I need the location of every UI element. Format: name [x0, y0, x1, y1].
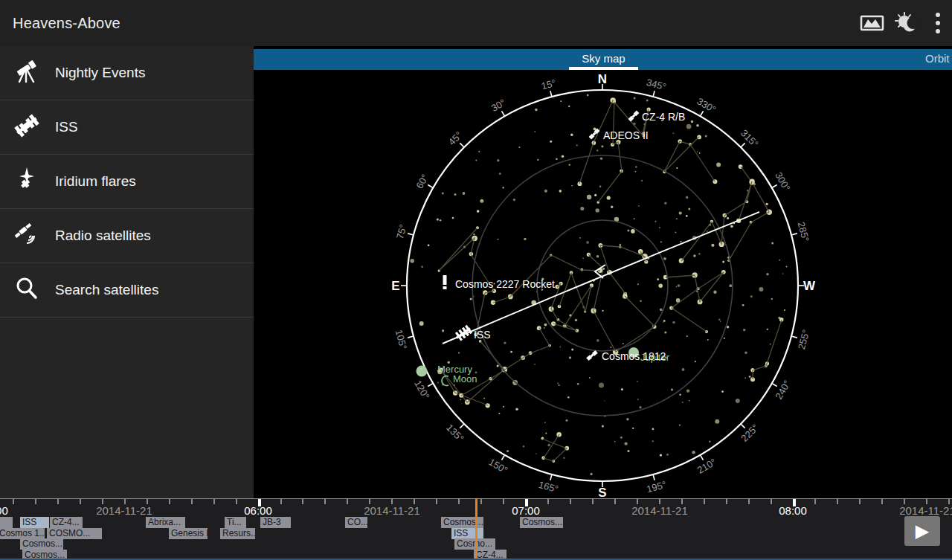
play-button[interactable]: ▶ [904, 516, 940, 546]
drawer-item-label: ISS [55, 119, 78, 135]
ruler-minute-tick [480, 499, 482, 504]
ruler-minute-tick [704, 499, 705, 504]
timeline-date-label: 2014-11-21 [364, 504, 420, 518]
ruler-minute-tick [592, 499, 594, 504]
night-mode-icon[interactable] [890, 6, 924, 40]
telescope-icon [13, 58, 41, 88]
drawer-item-radio-satellites[interactable]: Radio satellites [0, 209, 254, 263]
drawer-item-label: Search satellites [55, 282, 158, 298]
ruler-minute-tick [13, 499, 14, 504]
ruler-minute-tick [926, 499, 927, 504]
ruler-minute-tick [57, 499, 59, 504]
search-icon [13, 275, 41, 305]
sky-map[interactable]: NESW15°30°45°60°75°105°120°135°150°165°1… [253, 70, 952, 498]
satellite-marker-iss[interactable]: ISS [454, 324, 490, 341]
azimuth-degree-label: 285° [796, 221, 811, 243]
active-tab-indicator [569, 67, 638, 70]
drawer-item-nightly-events[interactable]: Nightly Events [0, 46, 254, 100]
timeline-event-chip[interactable]: Resurs... [220, 528, 255, 539]
timeline-event-chip[interactable]: Ti... [225, 517, 246, 528]
ruler-minute-tick [771, 499, 772, 504]
space-station-icon [13, 112, 41, 142]
drawer-item-label: Radio satellites [55, 228, 151, 244]
ruler-minute-tick [814, 499, 816, 504]
timeline-event-chip[interactable]: Cosmos... [520, 517, 563, 528]
timeline-event-chip[interactable]: ... [0, 517, 13, 528]
timeline-hour-label: 05:00 [0, 504, 8, 518]
timeline-event-chip[interactable]: ISS [20, 517, 49, 528]
azimuth-degree-label: 60° [414, 173, 431, 191]
ruler-minute-tick [436, 499, 437, 504]
navigation-drawer: Nightly EventsISSIridium flaresRadio sat… [0, 46, 254, 498]
satellite-label-cosmos-2227-rocket: Cosmos 2227 Rocket [455, 278, 555, 290]
azimuth-degree-label: 30° [489, 97, 508, 114]
timeline-hour-label: 06:00 [244, 504, 272, 518]
satellite-label-iss: ISS [474, 329, 491, 341]
drawer-item-search-satellites[interactable]: Search satellites [0, 263, 254, 318]
whole-sky-view-icon[interactable] [855, 6, 890, 40]
azimuth-degree-label: 75° [394, 223, 409, 240]
timeline-event-chip[interactable]: CZ-4... [50, 517, 83, 528]
timeline: 05:0006:0007:0008:002014-11-212014-11-21… [0, 498, 952, 560]
drawer-item-label: Nightly Events [55, 65, 145, 81]
timeline-hour-label: 08:00 [779, 504, 807, 518]
azimuth-degree-label: 300° [773, 170, 792, 193]
iridium-flare-icon [13, 167, 41, 196]
ruler-minute-tick [659, 499, 660, 504]
tab-orbit[interactable]: Orbit [925, 49, 950, 70]
timeline-event-chip[interactable]: CO... [345, 517, 367, 528]
timeline-hour-label: 07:00 [512, 504, 540, 518]
ruler-minute-tick [748, 499, 750, 504]
satellite-marker-cz-4-rb[interactable]: CZ-4 R/B [628, 111, 686, 123]
ruler-minute-tick [280, 499, 282, 504]
timeline-event-chip[interactable]: Cosmos... [20, 538, 63, 550]
azimuth-degree-label: 240° [773, 379, 792, 402]
cardinal-label-N: N [598, 72, 607, 86]
overflow-menu-icon[interactable] [924, 6, 952, 40]
drawer-item-label: Iridium flares [55, 173, 136, 190]
ruler-minute-tick [726, 499, 727, 504]
play-icon: ▶ [916, 521, 929, 541]
ruler-minute-tick [35, 499, 36, 504]
satellite-marker-cosmos-1812[interactable]: Cosmos 1812 [586, 350, 666, 362]
sky-map-area[interactable]: NESW15°30°45°60°75°105°120°135°150°165°1… [253, 70, 952, 498]
timeline-event-chip[interactable]: JB-3 [260, 517, 291, 528]
radio-satellite-icon [13, 221, 41, 251]
ruler-minute-tick [102, 499, 103, 504]
azimuth-degree-label: 195° [646, 479, 668, 495]
drawer-item-iss[interactable]: ISS [0, 100, 254, 155]
timeline-date-label: 2014-11-21 [631, 504, 688, 518]
ruler-minute-tick [614, 499, 616, 504]
ruler-minute-tick [458, 499, 460, 504]
ruler-minute-tick [503, 499, 504, 504]
ruler-minute-tick [681, 499, 683, 504]
satellite-label-adeos-ii: ADEOS II [603, 129, 649, 141]
timeline-event-chip[interactable]: Abrixa... [146, 517, 185, 528]
ruler-minute-tick [570, 499, 571, 504]
ruler-minute-tick [147, 499, 148, 504]
azimuth-degree-label: 120° [412, 379, 431, 402]
azimuth-degree-label: 150° [487, 456, 510, 475]
planet-label-moon: Moon [453, 373, 477, 384]
ruler-minute-tick [80, 499, 81, 504]
ruler-minute-tick [124, 499, 126, 504]
cardinal-label-W: W [803, 279, 816, 293]
satellite-label-cz-4-rb: CZ-4 R/B [642, 111, 685, 123]
satellite-label-cosmos-1812: Cosmos 1812 [602, 350, 666, 362]
azimuth-degree-label: 210° [695, 456, 718, 475]
timeline-event-chip[interactable]: COSMO... [47, 528, 102, 539]
time-cursor[interactable] [475, 498, 477, 560]
timeline-date-label: 2014-11-21 [96, 504, 152, 518]
ruler-minute-tick [236, 499, 237, 504]
cardinal-label-E: E [391, 279, 399, 293]
timeline-event-chip[interactable]: Genesis I [169, 528, 208, 539]
timeline-event-chip[interactable]: ISS [451, 528, 483, 539]
ruler-minute-tick [547, 499, 549, 504]
timeline-event-chip[interactable]: Cosmos 1... [0, 528, 45, 539]
drawer-item-iridium-flares[interactable]: Iridium flares [0, 155, 254, 209]
azimuth-degree-label: 345° [645, 77, 667, 92]
ruler-minute-tick [414, 499, 415, 504]
tab-bar: Sky map Orbit [254, 49, 952, 70]
ruler-minute-tick [948, 499, 950, 504]
ruler-minute-tick [191, 499, 193, 504]
